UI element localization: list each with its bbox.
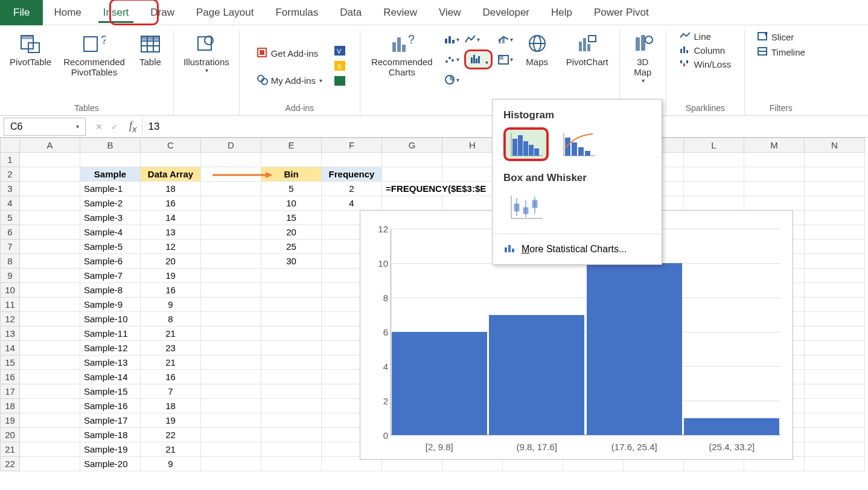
chevron-down-icon: ▾ bbox=[205, 67, 208, 74]
row-header-1[interactable]: 1 bbox=[1, 153, 20, 167]
row-header-10[interactable]: 10 bbox=[1, 283, 20, 298]
row-header-21[interactable]: 21 bbox=[1, 442, 20, 457]
timeline-button[interactable]: Timeline bbox=[753, 45, 809, 59]
people-graph-icon[interactable] bbox=[333, 75, 346, 89]
row-header-19[interactable]: 19 bbox=[1, 413, 20, 428]
row-header-12[interactable]: 12 bbox=[1, 312, 20, 326]
row-header-22[interactable]: 22 bbox=[1, 457, 20, 471]
maps-button[interactable]: Maps bbox=[519, 30, 555, 69]
tab-power-pivot[interactable]: Power Pivot bbox=[583, 0, 660, 25]
confirm-formula-icon[interactable]: ✓ bbox=[111, 122, 118, 132]
svg-point-50 bbox=[645, 36, 653, 43]
illustrations-icon bbox=[194, 33, 219, 56]
pareto-chart-option[interactable] bbox=[556, 127, 601, 161]
slicer-icon bbox=[757, 31, 769, 43]
bing-icon[interactable]: b bbox=[333, 60, 346, 74]
statistic-chart-button[interactable]: ▾ bbox=[464, 49, 493, 69]
row-header-4[interactable]: 4 bbox=[1, 196, 20, 211]
tab-insert[interactable]: Insert bbox=[92, 0, 140, 25]
tab-page-layout[interactable]: Page Layout bbox=[185, 0, 264, 25]
row-header-11[interactable]: 11 bbox=[1, 298, 20, 312]
row-header-3[interactable]: 3 bbox=[1, 182, 20, 196]
tab-draw[interactable]: Draw bbox=[139, 0, 185, 25]
svg-rect-14 bbox=[260, 50, 264, 55]
row-header-7[interactable]: 7 bbox=[1, 240, 20, 254]
histogram-bar[interactable] bbox=[587, 263, 682, 435]
pie-chart-button[interactable]: ▾ bbox=[444, 73, 459, 86]
col-header-N[interactable]: N bbox=[805, 138, 865, 153]
row-header-20[interactable]: 20 bbox=[1, 428, 20, 442]
tab-developer[interactable]: Developer bbox=[472, 0, 541, 25]
chevron-down-icon: ▾ bbox=[76, 123, 79, 130]
svg-rect-84 bbox=[512, 249, 514, 252]
get-addins-button[interactable]: Get Add-ins bbox=[253, 46, 326, 61]
row-header-9[interactable]: 9 bbox=[1, 269, 20, 283]
box-whisker-option[interactable] bbox=[503, 190, 549, 224]
recommended-charts-button[interactable]: ? Recommended Charts bbox=[366, 30, 438, 80]
svg-rect-83 bbox=[508, 245, 511, 252]
tab-view[interactable]: View bbox=[428, 0, 472, 25]
combo-chart-button[interactable]: ▾ bbox=[497, 33, 513, 46]
tab-file[interactable]: File bbox=[0, 0, 43, 25]
tab-formulas[interactable]: Formulas bbox=[264, 0, 329, 25]
col-header-D[interactable]: D bbox=[201, 138, 261, 153]
tab-data[interactable]: Data bbox=[329, 0, 372, 25]
pivotchart-button[interactable]: PivotChart bbox=[561, 30, 613, 69]
svg-rect-52 bbox=[683, 46, 685, 53]
hierarchy-chart-button[interactable]: ▾ bbox=[497, 53, 513, 66]
svg-text:?: ? bbox=[101, 34, 106, 46]
line-chart-button[interactable]: ▾ bbox=[464, 33, 480, 46]
recommended-pivottables-button[interactable]: ? Recommended PivotTables bbox=[59, 30, 130, 80]
col-header-F[interactable]: F bbox=[322, 138, 382, 153]
row-header-2[interactable]: 2 bbox=[1, 167, 20, 182]
col-header-L[interactable]: L bbox=[684, 138, 744, 153]
sparkline-winloss-button[interactable]: Win/Loss bbox=[675, 58, 735, 71]
sparkline-line-button[interactable]: Line bbox=[675, 30, 735, 43]
svg-rect-39 bbox=[499, 56, 503, 60]
pivottable-button[interactable]: PivotTable bbox=[5, 30, 56, 69]
more-statistical-charts-button[interactable]: More Statistical Charts... bbox=[493, 237, 662, 264]
name-box[interactable]: C6 ▾ bbox=[4, 118, 86, 136]
col-header-E[interactable]: E bbox=[261, 138, 322, 153]
row-header-18[interactable]: 18 bbox=[1, 399, 20, 413]
row-header-17[interactable]: 17 bbox=[1, 384, 20, 399]
illustrations-button[interactable]: Illustrations ▾ bbox=[179, 30, 234, 76]
fx-icon[interactable]: fx bbox=[124, 119, 142, 134]
row-header-16[interactable]: 16 bbox=[1, 370, 20, 384]
svg-rect-67 bbox=[534, 148, 539, 156]
histogram-chart-option[interactable] bbox=[503, 127, 549, 161]
col-header-C[interactable]: C bbox=[141, 138, 201, 153]
col-header-M[interactable]: M bbox=[744, 138, 805, 153]
chart-icon bbox=[503, 243, 515, 256]
my-addins-button[interactable]: My Add-ins ▾ bbox=[253, 73, 326, 88]
row-header-8[interactable]: 8 bbox=[1, 254, 20, 269]
col-header-B[interactable]: B bbox=[80, 138, 141, 153]
svg-point-32 bbox=[448, 57, 451, 59]
x-axis-label: (25.4, 33.2] bbox=[683, 442, 781, 452]
row-header-15[interactable]: 15 bbox=[1, 355, 20, 370]
histogram-bar[interactable] bbox=[684, 418, 779, 436]
table-button[interactable]: Table bbox=[132, 30, 168, 69]
col-header-G[interactable]: G bbox=[382, 138, 442, 153]
row-header-5[interactable]: 5 bbox=[1, 211, 20, 225]
scatter-chart-button[interactable]: ▾ bbox=[444, 53, 459, 66]
3d-map-button[interactable]: 3D Map▾ bbox=[625, 30, 661, 86]
tab-review[interactable]: Review bbox=[372, 0, 428, 25]
worksheet-grid[interactable]: ABCDEFGHIJKLMN12SampleData ArrayBinFrequ… bbox=[0, 138, 868, 471]
histogram-bar[interactable] bbox=[392, 332, 487, 435]
svg-rect-35 bbox=[473, 55, 475, 63]
tab-home[interactable]: Home bbox=[43, 0, 92, 25]
histogram-bar[interactable] bbox=[489, 315, 584, 436]
ribbon-tabs: File Home Insert Draw Page Layout Formul… bbox=[0, 0, 868, 25]
row-header-14[interactable]: 14 bbox=[1, 341, 20, 355]
slicer-button[interactable]: Slicer bbox=[753, 30, 809, 44]
row-header-13[interactable]: 13 bbox=[1, 326, 20, 341]
col-header-A[interactable]: A bbox=[20, 138, 80, 153]
row-header-6[interactable]: 6 bbox=[1, 225, 20, 240]
visio-icon[interactable]: V bbox=[333, 45, 346, 59]
column-chart-button[interactable]: ▾ bbox=[444, 33, 459, 46]
sparkline-winloss-icon bbox=[679, 59, 691, 69]
tab-help[interactable]: Help bbox=[540, 0, 583, 25]
sparkline-column-button[interactable]: Column bbox=[675, 44, 735, 57]
cancel-formula-icon[interactable]: ✕ bbox=[95, 122, 103, 132]
